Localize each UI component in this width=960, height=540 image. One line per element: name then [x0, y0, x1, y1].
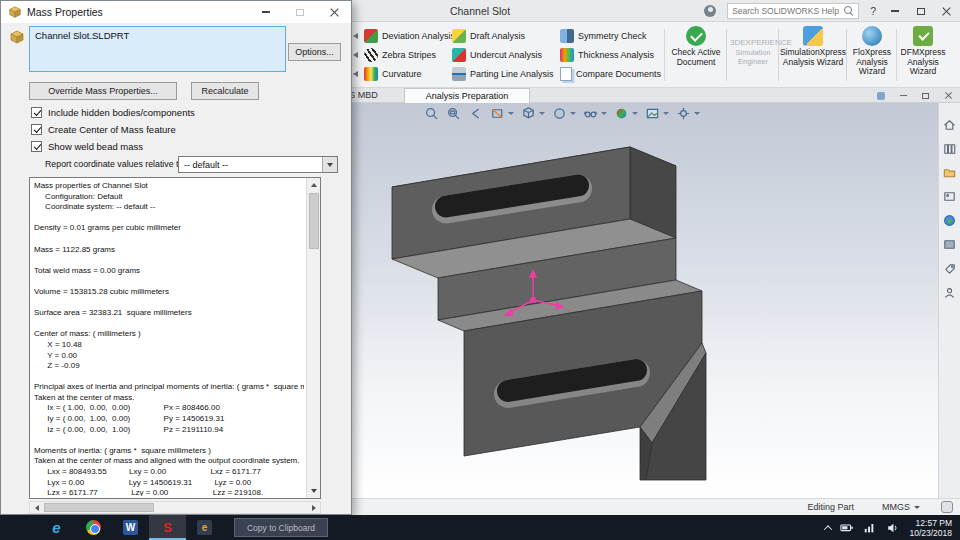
taskbar-edrawings[interactable]: e: [186, 515, 223, 540]
restore-button[interactable]: [913, 4, 928, 19]
scrollbar-thumb[interactable]: [309, 193, 319, 249]
scroll-down-icon[interactable]: [307, 484, 320, 498]
scroll-left-icon[interactable]: [30, 502, 43, 513]
taskbar-chrome[interactable]: [75, 515, 112, 540]
override-mass-properties-button[interactable]: Override Mass Properties...: [29, 82, 177, 100]
maximize-icon: [296, 9, 304, 16]
undercut-analysis-button[interactable]: Undercut Analysis: [448, 45, 558, 64]
recalculate-button[interactable]: Recalculate: [191, 82, 259, 100]
units-caret-icon: [914, 506, 920, 509]
symmetry-check-button[interactable]: Symmetry Check: [556, 26, 665, 45]
scenes-icon[interactable]: [942, 237, 957, 252]
close-icon: [942, 7, 951, 16]
options-button[interactable]: Options...: [288, 43, 341, 61]
apply-scene-icon[interactable]: [645, 106, 660, 121]
horizontal-scrollbar[interactable]: [29, 501, 321, 514]
report-coordinates-label: Report coordinate values relative to:: [45, 159, 186, 169]
speaker-icon[interactable]: [886, 521, 900, 535]
collapsed-group-arrow-icon: [353, 52, 358, 58]
custom-properties-icon[interactable]: [942, 261, 957, 276]
dropdown-caret-icon[interactable]: [322, 157, 337, 172]
view-orientation-icon[interactable]: [521, 106, 536, 121]
scroll-up-icon[interactable]: [307, 178, 320, 192]
status-tag-icon[interactable]: [941, 501, 953, 513]
previous-view-icon[interactable]: [468, 106, 483, 121]
hide-show-items-icon[interactable]: [583, 106, 598, 121]
dialog-minimize-button[interactable]: [249, 1, 283, 23]
checkbox-show-weld-bead-mass[interactable]: Show weld bead mass: [31, 140, 143, 153]
document-list[interactable]: Channel Slot.SLDPRT: [29, 26, 286, 72]
draft-analysis-button[interactable]: Draft Analysis: [448, 26, 558, 45]
battery-icon[interactable]: [840, 521, 854, 535]
thickness-analysis-button[interactable]: Thickness Analysis: [556, 45, 665, 64]
simulationxpress-wizard-button[interactable]: SimulationXpress Analysis Wizard: [782, 26, 844, 67]
dropdown-caret-icon[interactable]: [570, 112, 576, 115]
edit-appearance-icon[interactable]: [614, 106, 629, 121]
close-button[interactable]: [939, 4, 954, 19]
thickness-analysis-icon: [560, 48, 574, 62]
appearances-globe-icon[interactable]: [942, 213, 957, 228]
dialog-close-button[interactable]: [317, 1, 351, 23]
help-search-box[interactable]: [727, 3, 859, 19]
document-icon: [877, 92, 885, 100]
search-icon[interactable]: [844, 6, 854, 16]
dfmxpress-wizard-icon: [913, 26, 933, 46]
design-library-icon[interactable]: [942, 141, 957, 156]
checkbox-icon: [31, 141, 42, 152]
part-document-icon: [9, 29, 25, 45]
floxpress-wizard-button[interactable]: FloXpress Analysis Wizard: [849, 26, 895, 77]
display-style-icon[interactable]: [552, 106, 567, 121]
checkbox-include-hidden-bodies[interactable]: Include hidden bodies/components: [31, 106, 195, 119]
dropdown-caret-icon[interactable]: [508, 112, 514, 115]
doc-restore-icon[interactable]: [922, 93, 929, 99]
doc-close-icon[interactable]: [944, 92, 952, 100]
compare-documents-icon: [560, 67, 572, 81]
units-selector[interactable]: MMGS: [882, 502, 920, 512]
deviation-analysis-button[interactable]: Deviation Analysis: [360, 26, 459, 45]
zoom-area-icon[interactable]: [446, 106, 461, 121]
zebra-stripes-icon: [364, 48, 378, 62]
mass-properties-results[interactable]: Mass properties of Channel Slot Configur…: [29, 177, 321, 499]
coordinate-system-dropdown[interactable]: -- default --: [178, 156, 338, 173]
checkbox-create-center-of-mass[interactable]: Create Center of Mass feature: [31, 123, 176, 136]
dropdown-caret-icon[interactable]: [663, 112, 669, 115]
dropdown-caret-icon[interactable]: [601, 112, 607, 115]
copy-to-clipboard-button[interactable]: Copy to Clipboard: [234, 518, 328, 537]
file-explorer-icon[interactable]: [942, 165, 957, 180]
vertical-scrollbar[interactable]: [306, 178, 320, 498]
taskbar-solidworks[interactable]: S: [149, 515, 186, 540]
tab-analysis-preparation[interactable]: Analysis Preparation: [404, 88, 530, 103]
minimize-button[interactable]: [887, 4, 902, 19]
dropdown-caret-icon[interactable]: [539, 112, 545, 115]
zebra-stripes-button[interactable]: Zebra Stripes: [360, 45, 459, 64]
doc-minimize-icon[interactable]: [900, 95, 907, 96]
scrollbar-thumb[interactable]: [44, 503, 154, 512]
taskbar-edge[interactable]: e: [38, 515, 75, 540]
view-settings-icon[interactable]: [676, 106, 691, 121]
minimize-icon: [891, 10, 899, 12]
draft-analysis-icon: [452, 29, 466, 43]
dropdown-caret-icon[interactable]: [694, 112, 700, 115]
login-icon[interactable]: [704, 5, 716, 17]
show-hidden-icons-icon[interactable]: [824, 525, 832, 533]
taskbar-clock[interactable]: 12:57 PM 10/23/2018: [909, 518, 952, 538]
dropdown-caret-icon[interactable]: [632, 112, 638, 115]
parting-line-analysis-button[interactable]: Parting Line Analysis: [448, 64, 558, 83]
help-button[interactable]: ?: [870, 5, 876, 17]
dfmxpress-wizard-button[interactable]: DFMXpress Analysis Wizard: [899, 26, 947, 77]
compare-documents-button[interactable]: Compare Documents: [556, 64, 665, 83]
forum-icon[interactable]: [942, 285, 957, 300]
undercut-analysis-icon: [452, 48, 466, 62]
search-input[interactable]: [732, 6, 840, 16]
dialog-titlebar[interactable]: Mass Properties: [1, 1, 351, 23]
taskbar-word[interactable]: W: [112, 515, 149, 540]
edge-icon: e: [52, 519, 60, 536]
home-icon[interactable]: [942, 117, 957, 132]
section-view-icon[interactable]: [490, 106, 505, 121]
scroll-right-icon[interactable]: [307, 502, 320, 513]
zoom-fit-icon[interactable]: [424, 106, 439, 121]
check-active-document-button[interactable]: Check Active Document: [668, 26, 724, 67]
curvature-button[interactable]: Curvature: [360, 64, 459, 83]
view-palette-icon[interactable]: [942, 189, 957, 204]
network-icon[interactable]: [863, 521, 877, 535]
